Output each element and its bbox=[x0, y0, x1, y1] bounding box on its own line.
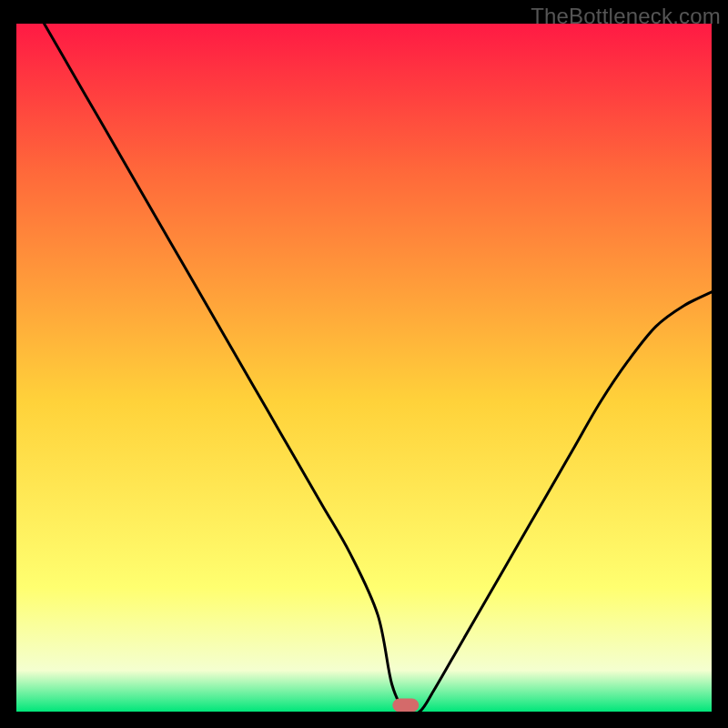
optimal-marker bbox=[393, 699, 419, 712]
gradient-background bbox=[16, 24, 712, 712]
attribution-text: TheBottleneck.com bbox=[531, 4, 721, 29]
bottleneck-chart bbox=[16, 24, 712, 712]
